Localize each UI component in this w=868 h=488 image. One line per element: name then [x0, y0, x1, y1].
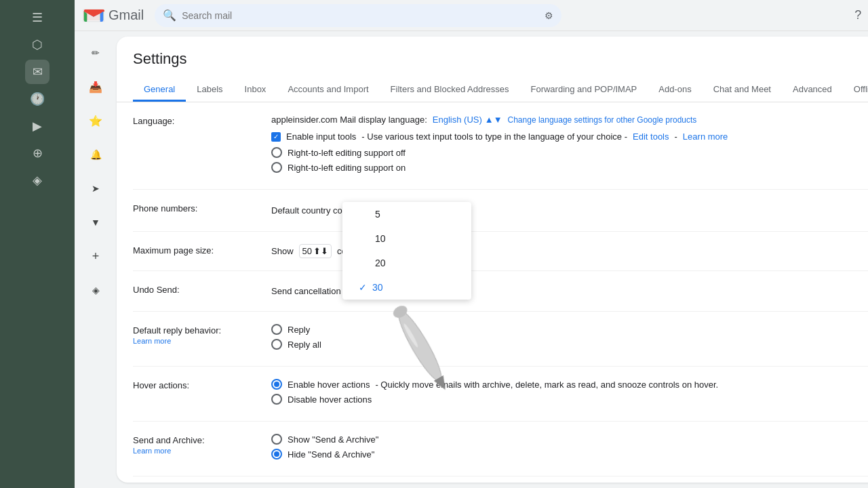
settings-row-reply: Default reply behavior: Learn more Reply [133, 312, 868, 367]
settings-tabs: General Labels Inbox Accounts and Import… [133, 79, 868, 102]
language-select[interactable]: English (US) ▲▼ [433, 115, 502, 125]
page-size-value: 50 [302, 246, 312, 256]
sidebar-star-icon[interactable]: ⬡ [25, 33, 50, 57]
reply-control: Reply Reply all [271, 324, 868, 354]
tab-advanced[interactable]: Advanced [782, 79, 843, 102]
rtl-off-radio[interactable] [271, 147, 282, 158]
sidebar-add-icon[interactable]: ⊕ [25, 141, 50, 165]
hover-label: Hover actions: [133, 379, 255, 390]
gmail-logo: Gmail [83, 7, 144, 23]
hover-control: Enable hover actions - Quickly move emai… [271, 379, 868, 409]
hover-disable-radio[interactable] [271, 394, 282, 405]
sidebar-arrow-icon[interactable]: ▶ [25, 114, 50, 138]
compose-button[interactable]: ✏ [79, 37, 112, 69]
reply-radio[interactable] [271, 324, 282, 335]
page-size-arrows[interactable]: ⬆⬇ [313, 246, 328, 256]
send-archive-label-text: Send and Archive: [133, 435, 255, 445]
input-tools-desc: - Use various text input tools to type i… [361, 131, 627, 142]
tab-forwarding[interactable]: Forwarding and POP/IMAP [519, 79, 648, 102]
add-label-nav-icon[interactable]: + [79, 240, 112, 272]
cancellation-dropdown: 5 10 20 ✓ 30 [342, 202, 471, 300]
language-selected: English (US) [433, 115, 482, 125]
language-label: Language: [133, 115, 255, 126]
dropdown-item-30-check: ✓ [359, 282, 367, 293]
search-bar[interactable]: 🔍 ⚙ [155, 4, 561, 27]
hover-enable-radio[interactable] [271, 379, 282, 390]
dropdown-item-10-label: 10 [375, 233, 386, 244]
reply-label-text: Default reply behavior: [133, 325, 255, 336]
undo-send-label: Undo Send: [133, 283, 255, 295]
reply-option[interactable]: Reply [271, 324, 868, 335]
sent-nav-icon[interactable]: ➤ [79, 172, 112, 205]
input-tools-checkbox[interactable]: ✓ [271, 132, 281, 142]
dropdown-item-5-label: 5 [375, 209, 380, 220]
gmail-left-nav: ✏ 📥 ⭐ 🔔 ➤ ▼ + ◈ [75, 31, 117, 488]
search-input[interactable] [182, 10, 539, 21]
reply-all-label: Reply all [288, 340, 321, 350]
settings-row-hover: Hover actions: Enable hover actions - Qu… [133, 367, 868, 422]
gmail-logo-svg [83, 8, 104, 23]
input-tools-learn-more[interactable]: Learn more [683, 131, 728, 142]
hide-send-archive-option[interactable]: Hide "Send & Archive" [271, 449, 868, 460]
rtl-off-option[interactable]: Right-to-left editing support off [271, 147, 868, 158]
sidebar-menu-icon[interactable]: ☰ [25, 5, 50, 30]
settings-panel: Settings ⊟ General Labels Inbox Accounts… [117, 37, 868, 483]
hover-enable-label: Enable hover actions [288, 380, 370, 390]
send-archive-learn-link[interactable]: Learn more [133, 447, 171, 455]
tab-labels[interactable]: Labels [186, 79, 233, 102]
phone-label: Phone numbers: [133, 202, 255, 214]
rtl-on-option[interactable]: Right-to-left editing support on [271, 162, 868, 173]
tab-chat[interactable]: Chat and Meet [703, 79, 782, 102]
settings-header: Settings ⊟ General Labels Inbox Accounts… [117, 37, 868, 102]
tab-filters[interactable]: Filters and Blocked Addresses [380, 79, 520, 102]
rtl-on-label: Right-to-left editing support on [288, 163, 406, 173]
language-row: appleinsider.com Mail display language: … [271, 115, 868, 125]
send-archive-label: Send and Archive: Learn more [133, 434, 255, 455]
send-archive-control: Show "Send & Archive" Hide "Send & Archi… [271, 434, 868, 464]
dropdown-item-20[interactable]: 20 [342, 251, 471, 275]
sidebar-clock-icon[interactable]: 🕐 [25, 87, 50, 111]
show-label: Show [271, 246, 294, 256]
gmail-text: Gmail [108, 7, 144, 23]
dropdown-item-5[interactable]: 5 [342, 202, 471, 226]
tab-inbox[interactable]: Inbox [234, 79, 277, 102]
page-size-label: Maximum page size: [133, 244, 255, 256]
inbox-nav-icon[interactable]: 📥 [79, 70, 112, 103]
help-button[interactable]: ? [846, 3, 868, 28]
rtl-on-radio[interactable] [271, 162, 282, 173]
extra-nav-icon[interactable]: ◈ [79, 274, 112, 306]
page-size-select[interactable]: 50 ⬆⬇ [299, 244, 332, 258]
hover-disable-option[interactable]: Disable hover actions [271, 394, 868, 405]
hover-enable-option[interactable]: Enable hover actions - Quickly move emai… [271, 379, 868, 390]
input-tools-label: Enable input tools [286, 131, 356, 142]
dropdown-item-30[interactable]: ✓ 30 [342, 275, 471, 300]
show-send-archive-radio[interactable] [271, 434, 282, 445]
tab-general[interactable]: General [133, 79, 186, 102]
app-sidebar: ☰ ⬡ ✉ 🕐 ▶ ⊕ ◈ [0, 0, 75, 488]
search-filter-icon[interactable]: ⚙ [545, 10, 553, 21]
reply-all-radio[interactable] [271, 339, 282, 350]
dropdown-item-20-label: 20 [375, 258, 386, 268]
more-nav-icon[interactable]: ▼ [79, 206, 112, 239]
send-archive-learn: Learn more [133, 447, 255, 455]
reply-all-option[interactable]: Reply all [271, 339, 868, 350]
settings-row-text-style: Default text style: (Use the 'Remove for… [133, 476, 868, 483]
hide-send-archive-radio[interactable] [271, 449, 282, 460]
reply-learn-link[interactable]: Learn more [133, 337, 171, 345]
snoozed-nav-icon[interactable]: 🔔 [79, 138, 112, 171]
settings-row-page-size: Maximum page size: Show 50 ⬆⬇ conversati… [133, 232, 868, 271]
dropdown-item-10[interactable]: 10 [342, 226, 471, 251]
tab-offline[interactable]: Offline [843, 79, 868, 102]
sidebar-extra-icon[interactable]: ◈ [25, 168, 50, 192]
starred-nav-icon[interactable]: ⭐ [79, 104, 112, 137]
sidebar-mail-icon[interactable]: ✉ [25, 60, 50, 84]
input-tools-row: ✓ Enable input tools - Use various text … [271, 131, 868, 142]
language-control: appleinsider.com Mail display language: … [271, 115, 868, 177]
language-dropdown-arrow[interactable]: ▲▼ [485, 115, 502, 125]
language-change-link[interactable]: Change language settings for other Googl… [508, 115, 697, 125]
settings-row-phone: Phone numbers: Default country code: Uni… [133, 190, 868, 232]
show-send-archive-option[interactable]: Show "Send & Archive" [271, 434, 868, 445]
tab-accounts[interactable]: Accounts and Import [277, 79, 379, 102]
edit-tools-link[interactable]: Edit tools [633, 131, 669, 142]
tab-addons[interactable]: Add-ons [648, 79, 702, 102]
